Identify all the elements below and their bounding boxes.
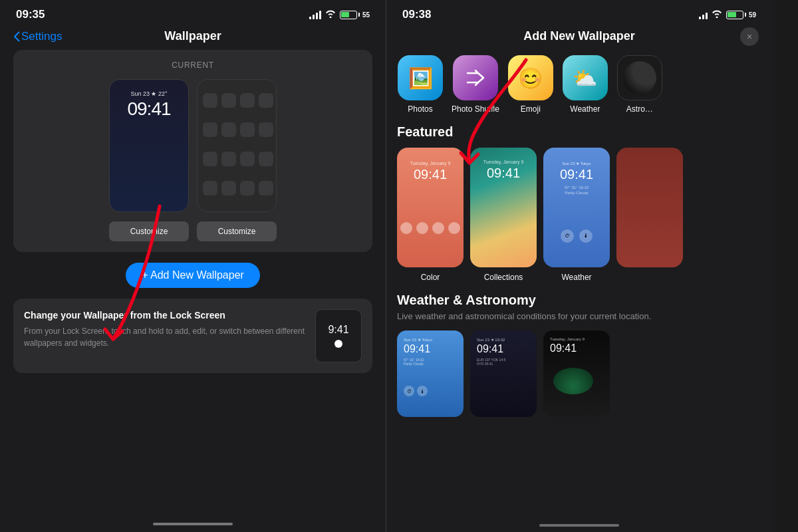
info-text: Change your Wallpaper from the Lock Scre… — [24, 309, 305, 349]
app-icon — [203, 181, 217, 196]
featured-partial — [616, 148, 683, 282]
app-icon — [203, 122, 217, 137]
app-icon — [203, 152, 217, 166]
photos-label: Photos — [408, 104, 432, 114]
home-screen-preview — [197, 79, 277, 212]
add-wallpaper-header: Add New Wallpaper × — [386, 27, 772, 50]
featured-color[interactable]: Tuesday, January 9 09:41 Color — [397, 148, 464, 282]
app-icon — [240, 122, 255, 137]
app-icon — [221, 93, 236, 108]
emoji-label: Emoji — [521, 104, 541, 114]
category-photo-shuffle[interactable]: Photo Shuffle — [452, 55, 499, 114]
lock-screen-preview: Sun 23 ★ 22° 09:41 — [109, 79, 189, 212]
info-phone-time: 9:41 — [328, 324, 348, 336]
weather-section-desc: Live weather and astronomical conditions… — [397, 311, 761, 323]
app-icon — [203, 93, 217, 108]
featured-collections-label: Collections — [484, 273, 523, 282]
featured-row: Tuesday, January 9 09:41 Color Tuesday, … — [386, 148, 772, 293]
weather-label: Weather — [570, 104, 600, 114]
status-icons-left: 55 — [309, 10, 370, 20]
info-title: Change your Wallpaper from the Lock Scre… — [24, 309, 305, 321]
battery-icon-right: 59 — [726, 11, 756, 19]
battery-icon: 55 — [340, 11, 370, 19]
featured-weather-preview: Sun 23 ★ Tokyo 09:41 57° 31° 19:32Partly… — [543, 148, 610, 267]
info-description: From your Lock Screen, touch and hold to… — [24, 325, 305, 349]
categories-row: 🖼️ Photos Photo Shuffle 😊 Emoji ⛅ Weathe… — [386, 50, 772, 124]
signal-icon-right — [699, 11, 708, 19]
weather-phone-2[interactable]: Sun 23 ★ 19:32 09:41 EUR 107 YOK 14:5SYD… — [470, 331, 537, 417]
info-toggle-dot — [334, 340, 342, 348]
status-bar-right: 09:38 59 — [386, 0, 772, 27]
weather-phone-1[interactable]: Sun 23 ★ Tokyo 09:41 57° 31° 19:32Partly… — [397, 331, 464, 417]
current-label: CURRENT — [24, 61, 362, 70]
current-wallpaper-section: CURRENT Sun 23 ★ 22° 09:41 — [13, 50, 372, 252]
customize-lock-button[interactable]: Customize — [109, 221, 189, 241]
customize-home-button[interactable]: Customize — [197, 221, 277, 241]
app-icon — [259, 152, 273, 166]
app-icon — [259, 122, 273, 137]
status-time-right: 09:38 — [402, 8, 431, 21]
page-title-left: Wallpaper — [164, 29, 221, 43]
category-weather[interactable]: ⛅ Weather — [562, 55, 608, 114]
app-icon — [259, 93, 273, 108]
wifi-icon-right — [712, 10, 722, 20]
home-indicator-left — [153, 523, 233, 525]
wallpaper-info-section: Change your Wallpaper from the Lock Scre… — [13, 299, 372, 373]
left-phone: 09:35 55 Settings — [0, 0, 386, 532]
home-indicator-right — [539, 524, 619, 527]
photo-shuffle-icon — [453, 55, 498, 100]
close-button[interactable]: × — [740, 27, 759, 46]
add-new-wallpaper-button[interactable]: + Add New Wallpaper — [126, 263, 260, 288]
app-icon — [221, 181, 236, 196]
info-phone-preview: 9:41 — [315, 309, 362, 362]
featured-partial-preview — [616, 148, 683, 267]
right-scroll-area[interactable]: 🖼️ Photos Photo Shuffle 😊 Emoji ⛅ Weathe… — [386, 50, 772, 532]
featured-section-title: Featured — [386, 124, 772, 148]
nav-header-left: Settings Wallpaper — [0, 27, 386, 50]
featured-weather-label: Weather — [561, 273, 591, 282]
featured-color-preview: Tuesday, January 9 09:41 — [397, 148, 464, 267]
weather-section-title: Weather & Astronomy — [397, 293, 761, 308]
weather-phones-row: Sun 23 ★ Tokyo 09:41 57° 31° 19:32Partly… — [397, 331, 761, 417]
photos-icon: 🖼️ — [398, 55, 443, 100]
lock-time: 09:41 — [127, 98, 170, 120]
category-astronomy[interactable]: Astro… — [616, 55, 663, 114]
app-icon — [240, 181, 255, 196]
app-icon — [240, 93, 255, 108]
featured-collections-preview: Tuesday, January 9 09:41 — [470, 148, 537, 267]
right-phone: 09:38 59 Add New Wallpaper × — [386, 0, 772, 532]
category-photos[interactable]: 🖼️ Photos — [397, 55, 444, 114]
wallpaper-preview-row: Sun 23 ★ 22° 09:41 — [24, 79, 362, 212]
app-icon — [221, 122, 236, 137]
signal-icon — [309, 11, 321, 19]
weather-astronomy-section: Weather & Astronomy Live weather and ast… — [386, 293, 772, 417]
back-button[interactable]: Settings — [13, 30, 62, 43]
weather-phone-3[interactable]: Tuesday, January 9 09:41 — [543, 331, 610, 417]
wifi-icon — [325, 10, 336, 20]
status-bar-left: 09:35 55 — [0, 0, 386, 27]
status-time-left: 09:35 — [16, 8, 45, 21]
app-icon — [240, 152, 255, 166]
featured-color-label: Color — [421, 273, 440, 282]
featured-collections[interactable]: Tuesday, January 9 09:41 Collections — [470, 148, 537, 282]
photo-shuffle-label: Photo Shuffle — [452, 104, 499, 114]
astronomy-label: Astro… — [626, 104, 653, 114]
lock-date: Sun 23 ★ 22° — [130, 90, 167, 97]
emoji-icon: 😊 — [508, 55, 553, 100]
status-icons-right: 59 — [699, 10, 756, 20]
featured-weather[interactable]: Sun 23 ★ Tokyo 09:41 57° 31° 19:32Partly… — [543, 148, 610, 282]
app-icon — [221, 152, 236, 166]
category-emoji[interactable]: 😊 Emoji — [507, 55, 554, 114]
weather-icon: ⛅ — [563, 55, 608, 100]
app-icon — [259, 181, 273, 196]
add-wallpaper-title: Add New Wallpaper — [523, 29, 634, 43]
astronomy-icon — [617, 55, 662, 100]
customize-btn-row: Customize Customize — [24, 221, 362, 241]
